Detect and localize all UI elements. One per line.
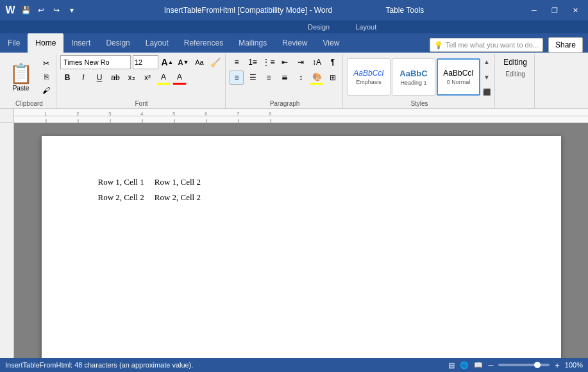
grow-font-button[interactable]: A▲ [160, 55, 174, 69]
ribbon-group-styles: AaBbCcI Emphasis AaBbC Heading 1 AaBbCcI… [344, 54, 495, 108]
tab-view[interactable]: View [315, 33, 348, 53]
line-spacing-button[interactable]: ↕ [294, 71, 308, 85]
bold-button[interactable]: B [60, 71, 74, 85]
table-cell: Row 1, Cell 2 [149, 174, 206, 190]
styles-scroll-down[interactable]: ▼ [483, 74, 490, 81]
horizontal-ruler: 1 2 3 4 5 6 7 8 [14, 109, 588, 123]
text-highlight-button[interactable]: A [156, 71, 171, 85]
status-right: ▤ 🌐 📖 ─ + 100% [448, 360, 583, 370]
document-page: Row 1, Cell 1 Row 1, Cell 2 Row 2, Cell … [42, 136, 561, 358]
minimize-button[interactable]: ─ [526, 4, 542, 17]
font-row-1: A▲ A▼ Aa 🧹 [60, 55, 223, 69]
ribbon-group-clipboard: 📋 Paste ✂ ⎘ 🖌 Clipboard [3, 54, 56, 108]
zoom-slider[interactable] [498, 364, 550, 366]
paste-button[interactable]: 📋 Paste [5, 60, 37, 94]
context-tab-layout[interactable]: Layout [342, 22, 389, 32]
web-view-button[interactable]: 🌐 [460, 361, 469, 369]
font-color-button[interactable]: A [172, 71, 187, 85]
title-bar: W 💾 ↩ ↪ ▾ InsertTableFromHtml [Compatibi… [0, 0, 588, 21]
svg-text:5: 5 [172, 111, 176, 117]
quick-access-toolbar: 💾 ↩ ↪ ▾ [19, 4, 78, 17]
tab-insert[interactable]: Insert [63, 33, 98, 53]
underline-button[interactable]: U [92, 71, 106, 85]
styles-expand[interactable]: ⬛ [483, 89, 491, 96]
align-left-button[interactable]: ≡ [230, 71, 244, 85]
ruler-corner [0, 109, 14, 123]
layout-view-button[interactable]: ▤ [448, 361, 455, 369]
table-row: Row 1, Cell 1 Row 1, Cell 2 [93, 174, 206, 190]
multilevel-button[interactable]: ⋮≡ [262, 55, 276, 69]
close-button[interactable]: ✕ [567, 4, 583, 17]
status-text: InsertTableFromHtml: 48 characters (an a… [5, 361, 193, 369]
paragraph-content: ≡ 1≡ ⋮≡ ⇤ ⇥ ↕A ¶ ≡ ☰ ≡ ≣ ↕ 🎨 ⊞ [230, 55, 340, 99]
title-bar-left: W 💾 ↩ ↪ ▾ [5, 4, 78, 17]
styles-scroll-up[interactable]: ▲ [483, 58, 490, 65]
editing-group-label: Editing [505, 71, 525, 79]
svg-text:6: 6 [205, 111, 208, 117]
superscript-button[interactable]: x² [140, 71, 155, 85]
document-area[interactable]: Row 1, Cell 1 Row 1, Cell 2 Row 2, Cell … [14, 123, 588, 358]
tab-home[interactable]: Home [28, 33, 63, 53]
customize-qat-button[interactable]: ▾ [65, 4, 78, 17]
para-row-1: ≡ 1≡ ⋮≡ ⇤ ⇥ ↕A ¶ [230, 55, 340, 69]
undo-button[interactable]: ↩ [35, 4, 47, 17]
table-cell: Row 2, Cell 2 [93, 190, 149, 205]
shading-button[interactable]: 🎨 [310, 71, 324, 85]
strikethrough-button[interactable]: ab [108, 71, 122, 85]
share-button[interactable]: Share [548, 37, 583, 53]
justify-button[interactable]: ≣ [278, 71, 292, 85]
style-emphasis-preview: AaBbCcI [353, 69, 383, 78]
zoom-in-button[interactable]: + [555, 360, 560, 370]
tab-design[interactable]: Design [98, 33, 137, 53]
font-family-input[interactable] [60, 55, 131, 69]
tab-review[interactable]: Review [274, 33, 315, 53]
style-normal-preview: AaBbCcI [443, 69, 473, 78]
change-case-button[interactable]: Aa [192, 55, 206, 69]
show-para-button[interactable]: ¶ [326, 55, 340, 69]
restore-button[interactable]: ❐ [547, 4, 562, 17]
context-tab-bar: Design Layout [0, 21, 588, 33]
clear-formatting-button[interactable]: 🧹 [208, 55, 223, 69]
tab-layout[interactable]: Layout [138, 33, 176, 53]
numbering-button[interactable]: 1≡ [246, 55, 260, 69]
tab-file[interactable]: File [0, 33, 28, 53]
status-left: InsertTableFromHtml: 48 characters (an a… [5, 361, 193, 369]
zoom-level: 100% [565, 361, 583, 369]
ribbon: 📋 Paste ✂ ⎘ 🖌 Clipboard A▲ A▼ Aa 🧹 B [0, 53, 588, 109]
paragraph-label: Paragraph [270, 100, 300, 108]
svg-text:2: 2 [76, 111, 80, 117]
subscript-button[interactable]: x₂ [124, 71, 139, 85]
clipboard-content: 📋 Paste ✂ ⎘ 🖌 [5, 55, 53, 99]
font-label: Font [135, 100, 147, 108]
paste-label: Paste [13, 85, 29, 92]
svg-text:4: 4 [140, 111, 144, 117]
context-tab-design[interactable]: Design [295, 22, 342, 32]
italic-button[interactable]: I [76, 71, 90, 85]
copy-button[interactable]: ⎘ [39, 71, 53, 83]
tell-me-icon: 💡 [434, 41, 443, 49]
redo-button[interactable]: ↪ [50, 4, 63, 17]
zoom-out-button[interactable]: ─ [488, 361, 493, 369]
style-heading1[interactable]: AaBbC Heading 1 [392, 58, 435, 96]
align-right-button[interactable]: ≡ [262, 71, 276, 85]
sort-button[interactable]: ↕A [310, 55, 324, 69]
clear-format-icon: 🧹 [210, 58, 221, 67]
format-painter-icon: 🖌 [42, 86, 50, 95]
style-emphasis[interactable]: AaBbCcI Emphasis [347, 58, 391, 96]
save-button[interactable]: 💾 [19, 4, 32, 17]
tab-mailings[interactable]: Mailings [231, 33, 274, 53]
clipboard-small-buttons: ✂ ⎘ 🖌 [39, 57, 53, 97]
font-size-input[interactable] [133, 55, 158, 69]
tell-me-input[interactable]: 💡 Tell me what you want to do... [430, 38, 543, 52]
format-painter-button[interactable]: 🖌 [39, 84, 53, 97]
align-center-button[interactable]: ☰ [246, 71, 260, 85]
cut-button[interactable]: ✂ [39, 57, 53, 70]
decrease-indent-button[interactable]: ⇤ [278, 55, 292, 69]
shrink-font-button[interactable]: A▼ [176, 55, 190, 69]
tab-references[interactable]: References [176, 33, 231, 53]
read-view-button[interactable]: 📖 [474, 361, 483, 369]
style-normal[interactable]: AaBbCcI 0 Normal [437, 58, 480, 96]
bullets-button[interactable]: ≡ [230, 55, 244, 69]
increase-indent-button[interactable]: ⇥ [294, 55, 308, 69]
borders-button[interactable]: ⊞ [326, 71, 340, 85]
